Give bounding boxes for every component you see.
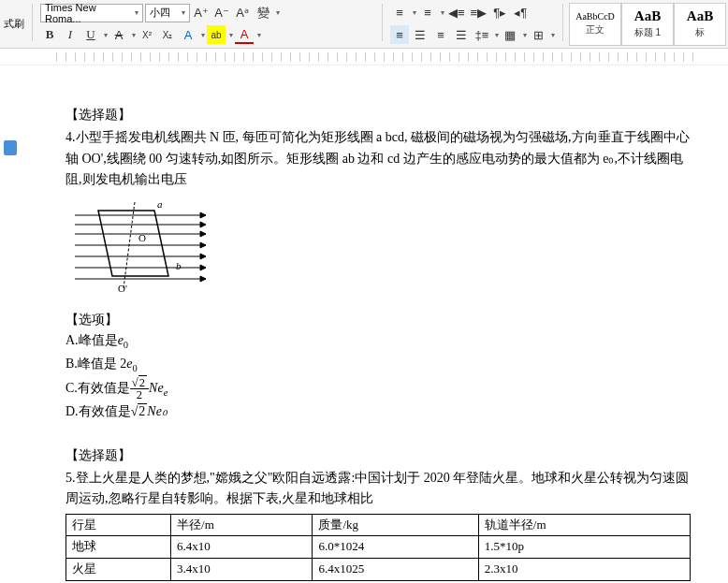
svg-text:O: O bbox=[138, 232, 146, 243]
bold-button[interactable]: B bbox=[40, 25, 59, 44]
align-left-button[interactable]: ≡ bbox=[390, 25, 409, 44]
svg-marker-11 bbox=[200, 265, 206, 270]
outdent-button[interactable]: ◀≡ bbox=[446, 4, 467, 22]
bullets-button[interactable]: ≡ bbox=[390, 4, 409, 22]
font-group: Times New Roma...▾ 小四▾ A⁺ A⁻ Aᵃ 變▾ B I U… bbox=[36, 0, 378, 48]
table-row: 行星半径/m质量/kg轨道半径/m bbox=[66, 514, 691, 536]
table-row: 地球6.4x106.0*10241.5*10p bbox=[66, 536, 691, 559]
align-center-button[interactable]: ☰ bbox=[411, 25, 430, 44]
q5-type-label: 【选择题】 bbox=[66, 445, 691, 466]
q4-diagram: a b O O' bbox=[66, 197, 691, 306]
line-spacing-button[interactable]: ‡≡ bbox=[473, 25, 491, 44]
q4-options-label: 【选项】 bbox=[66, 310, 691, 330]
change-case-button[interactable]: 變 bbox=[254, 4, 272, 22]
borders-button[interactable]: ⊞ bbox=[529, 25, 547, 44]
svg-marker-7 bbox=[200, 242, 206, 248]
shading-button[interactable]: ▦ bbox=[501, 25, 519, 44]
clear-format-button[interactable]: Aᵃ bbox=[233, 4, 252, 22]
superscript-button[interactable]: X² bbox=[138, 25, 156, 44]
svg-marker-14 bbox=[98, 211, 168, 276]
strikethrough-button[interactable]: A bbox=[109, 25, 128, 44]
rtl-button[interactable]: ◂¶ bbox=[511, 4, 530, 22]
underline-button[interactable]: U bbox=[81, 25, 100, 44]
font-color-button[interactable]: A bbox=[235, 25, 254, 44]
chevron-down-icon: ▾ bbox=[135, 8, 138, 17]
q5-text: 5.登上火星是人类的梦想,"嫦娥之父"欧阳自远透露:中国计划于 2020 年登陆… bbox=[66, 468, 691, 510]
ribbon-toolbar: 式刷 Times New Roma...▾ 小四▾ A⁺ A⁻ Aᵃ 變▾ B … bbox=[0, 0, 728, 49]
left-gutter bbox=[0, 66, 19, 583]
q4-option-a: A.峰值是e0 bbox=[66, 330, 691, 354]
q5-table: 行星半径/m质量/kg轨道半径/m 地球6.4x106.0*10241.5*10… bbox=[66, 514, 691, 581]
q4-option-d: D.有效值是√2Ne₀ bbox=[66, 401, 691, 422]
style-normal[interactable]: AaBbCcD 正文 bbox=[569, 3, 621, 46]
svg-text:O': O' bbox=[118, 283, 127, 294]
table-row: 火星3.4x106.4x10252.3x10 bbox=[66, 559, 691, 581]
q4-type-label: 【选择题】 bbox=[66, 105, 691, 125]
style-heading2[interactable]: AaB 标 bbox=[674, 3, 726, 46]
svg-marker-1 bbox=[200, 212, 206, 218]
font-size-select[interactable]: 小四▾ bbox=[145, 4, 190, 22]
styles-gallery[interactable]: AaBbCcD 正文 AaB 标题 1 AaB 标 bbox=[567, 0, 728, 48]
svg-text:a: a bbox=[157, 198, 163, 210]
page-marker-icon[interactable] bbox=[4, 140, 17, 155]
svg-text:b: b bbox=[176, 260, 182, 271]
font-name-select[interactable]: Times New Roma...▾ bbox=[40, 4, 143, 22]
text-effects-button[interactable]: A bbox=[179, 25, 197, 44]
highlight-button[interactable]: ab bbox=[207, 25, 226, 44]
svg-marker-3 bbox=[200, 222, 206, 227]
grow-font-button[interactable]: A⁺ bbox=[192, 4, 211, 22]
q4-text: 4.小型手摇发电机线圈共 N 匝, 每匝可简化为矩形线圈 a bcd, 磁极间的… bbox=[66, 127, 691, 190]
subscript-button[interactable]: X₂ bbox=[158, 25, 177, 44]
numbering-button[interactable]: ≡ bbox=[418, 4, 437, 22]
indent-button[interactable]: ≡▶ bbox=[469, 4, 489, 22]
svg-marker-9 bbox=[200, 254, 206, 259]
shrink-font-button[interactable]: A⁻ bbox=[212, 4, 231, 22]
ltr-button[interactable]: ¶▸ bbox=[490, 4, 509, 22]
align-justify-button[interactable]: ☰ bbox=[452, 25, 471, 44]
style-heading1[interactable]: AaB 标题 1 bbox=[621, 3, 674, 46]
italic-button[interactable]: I bbox=[61, 25, 80, 44]
horizontal-ruler[interactable] bbox=[0, 49, 728, 66]
svg-marker-13 bbox=[200, 276, 206, 282]
chevron-down-icon: ▾ bbox=[182, 8, 185, 17]
format-painter[interactable]: 式刷 bbox=[4, 17, 24, 31]
svg-marker-5 bbox=[200, 231, 206, 237]
document-page[interactable]: 【选择题】 4.小型手摇发电机线圈共 N 匝, 每匝可简化为矩形线圈 a bcd… bbox=[19, 66, 728, 583]
paragraph-group: ≡▾ ≡▾ ◀≡ ≡▶ ¶▸ ◂¶ ≡ ☰ ≡ ☰ ‡≡▾ ▦▾ ⊞▾ bbox=[386, 0, 559, 48]
align-right-button[interactable]: ≡ bbox=[431, 25, 450, 44]
q4-option-b: B.峰值是 2e0 bbox=[66, 354, 691, 377]
q4-option-c: C.有效值是√22Nee bbox=[66, 377, 691, 401]
